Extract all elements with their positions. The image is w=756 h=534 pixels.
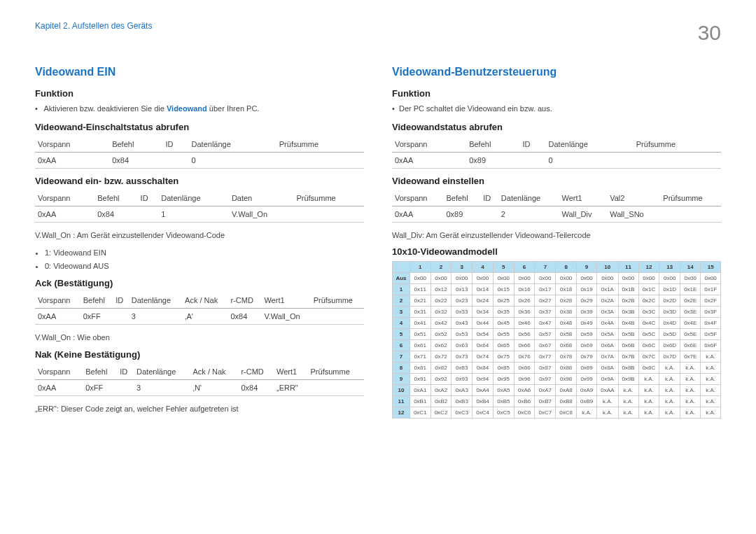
hex-cell: 0x45: [493, 318, 514, 329]
hex-col-header: 1: [410, 262, 430, 273]
hex-cell: 0x64: [472, 340, 493, 351]
td: Wall_Div: [559, 206, 607, 222]
td: ‚N': [190, 379, 238, 395]
hex-cell: 0x69: [577, 340, 597, 351]
hex-cell: k.A.: [680, 407, 701, 419]
model-heading: 10x10-Videowandmodell: [392, 246, 721, 257]
bullet-ein: 1: Videowand EIN: [45, 246, 364, 260]
hex-cell: 0x5B: [618, 329, 638, 340]
hex-cell: 0x00: [493, 273, 514, 284]
hex-cell: 0x5E: [680, 329, 701, 340]
hex-cell: k.A.: [618, 407, 638, 419]
funktion-heading: Funktion: [35, 88, 364, 99]
hex-cell: 0x1A: [597, 284, 618, 295]
hex-cell: 0x63: [451, 340, 472, 351]
hex-row-header: 1: [393, 284, 410, 295]
onoff-heading: Videowand ein- bzw. ausschalten: [35, 176, 364, 186]
hex-cell: 0x2D: [659, 295, 680, 307]
hex-col-header: 8: [556, 262, 577, 273]
hex-cell: 0xB9: [577, 396, 597, 407]
hex-cell: 0x39: [577, 307, 597, 318]
hex-cell: 0x00: [577, 273, 597, 284]
td: 0x89: [466, 152, 519, 168]
hex-cell: 0x42: [430, 318, 451, 329]
td: 0x84: [109, 152, 162, 168]
hex-cell: 0x6B: [618, 340, 638, 351]
th: ID: [520, 136, 546, 153]
hex-cell: 0xA2: [430, 385, 451, 396]
hex-cell: 0x58: [556, 329, 577, 340]
hex-cell: 0x28: [556, 295, 577, 307]
td: 0: [189, 152, 276, 168]
td: „ERR": [274, 379, 308, 395]
hex-cell: 0x4F: [701, 318, 721, 329]
hex-cell: k.A.: [659, 374, 680, 385]
hex-cell: 0xC6: [514, 407, 535, 419]
th: Wert1: [274, 364, 308, 380]
hex-cell: 0x00: [618, 273, 638, 284]
hex-cell: k.A.: [618, 385, 638, 396]
hex-col-header: 9: [577, 262, 597, 273]
table-status: Vorspann Befehl ID Datenlänge Prüfsumme …: [35, 136, 364, 169]
hex-cell: 0x43: [451, 318, 472, 329]
hex-cell: 0x6A: [597, 340, 618, 351]
videowand-link[interactable]: Videowand: [167, 104, 207, 113]
td: 0x84: [227, 309, 261, 325]
left-column: Videowand EIN Funktion • Aktivieren bzw.…: [35, 66, 364, 420]
hex-col-header: 7: [535, 262, 556, 273]
hex-cell: 0x99: [577, 374, 597, 385]
hex-cell: 0xC3: [451, 407, 472, 419]
td: 0xFF: [83, 379, 117, 395]
hex-cell: 0x7C: [638, 351, 659, 363]
hex-row-header: 9: [393, 374, 410, 385]
hex-cell: 0x73: [451, 351, 472, 363]
hex-cell: 0x19: [577, 284, 597, 295]
hex-cell: 0x53: [451, 329, 472, 340]
set-heading: Videowand einstellen: [392, 176, 721, 186]
hex-cell: k.A.: [659, 396, 680, 407]
th: Befehl: [94, 190, 137, 206]
td: 1: [158, 206, 229, 222]
hex-cell: k.A.: [577, 407, 597, 419]
hex-cell: 0x3F: [701, 307, 721, 318]
hex-cell: 0x33: [451, 307, 472, 318]
td: 0x84: [238, 379, 274, 395]
hex-cell: k.A.: [638, 407, 659, 419]
hex-cell: 0xA4: [472, 385, 493, 396]
hex-cell: 0x92: [430, 374, 451, 385]
hex-col-header: 6: [514, 262, 535, 273]
th: Befehl: [443, 190, 480, 206]
hex-row-header: Aus: [393, 273, 410, 284]
vwall-note: V.Wall_On : Am Gerät einzustellender Vid…: [35, 230, 364, 241]
hex-cell: 0x5F: [701, 329, 721, 340]
hex-cell: 0x62: [430, 340, 451, 351]
hex-cell: 0x44: [472, 318, 493, 329]
hex-cell: 0x82: [430, 363, 451, 374]
hex-cell: 0x77: [535, 351, 556, 363]
th: Daten: [229, 190, 294, 206]
td: 0xAA: [392, 152, 466, 168]
hex-col-header: 14: [680, 262, 701, 273]
hex-cell: 0x17: [535, 284, 556, 295]
hex-cell: 0x65: [493, 340, 514, 351]
td: 2: [498, 206, 559, 222]
td: [113, 309, 129, 325]
th: Ack / Nak: [190, 364, 238, 380]
hex-cell: 0xC4: [472, 407, 493, 419]
hex-cell: 0x89: [577, 363, 597, 374]
th: Befehl: [80, 293, 113, 309]
hex-cell: 0x3B: [618, 307, 638, 318]
hex-row-header: 4: [393, 318, 410, 329]
hex-row-header: 2: [393, 295, 410, 307]
hex-cell: 0xA9: [577, 385, 597, 396]
walldiv-note: Wall_Div: Am Gerät einzustellender Video…: [392, 230, 721, 241]
hex-cell: 0x86: [514, 363, 535, 374]
th: Datenlänge: [546, 136, 634, 153]
funktion-pre: Aktivieren bzw. deaktivieren Sie die: [43, 104, 166, 113]
hex-cell: 0x29: [577, 295, 597, 307]
td: 0x84: [94, 206, 137, 222]
hex-cell: 0x35: [493, 307, 514, 318]
hex-cell: 0x1F: [701, 284, 721, 295]
th: r-CMD: [238, 364, 274, 380]
table-set: Vorspann Befehl ID Datenlänge Wert1 Val2…: [392, 190, 721, 223]
